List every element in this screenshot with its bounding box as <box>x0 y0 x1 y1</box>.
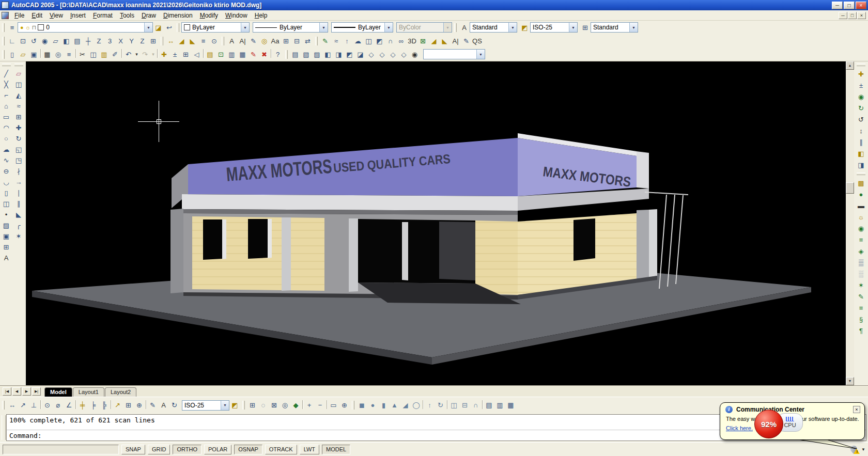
revision-cloud-icon[interactable]: ☁ <box>1 144 12 155</box>
dim-style-combo[interactable]: ISO-25 ▼ <box>530 22 578 33</box>
text-style-combo[interactable]: Standard ▼ <box>470 22 517 33</box>
quick-leader-icon[interactable]: ↗ <box>112 400 123 411</box>
break-at-point-icon[interactable]: ∣ <box>13 187 24 198</box>
ucs-dialog-icon[interactable]: ⊡ <box>18 36 28 46</box>
3d-adjust-distance-icon[interactable]: ↕ <box>856 125 866 136</box>
materials-library-icon[interactable]: ≡ <box>856 234 866 245</box>
named-view-combo[interactable]: ▼ <box>423 49 485 59</box>
undo-dropdown-icon[interactable]: ▾ <box>134 49 140 59</box>
ucs-origin-icon[interactable]: ┼ <box>83 36 94 46</box>
array-icon[interactable]: ⊞ <box>13 112 24 122</box>
properties-palette-icon[interactable]: ▤ <box>205 49 215 59</box>
lineweight-combo-arrow-icon[interactable]: ▼ <box>384 23 393 32</box>
box-icon[interactable]: ◼ <box>357 400 367 411</box>
lights-icon[interactable]: ☼ <box>856 211 866 223</box>
justify-text-icon[interactable]: ⊟ <box>291 36 302 46</box>
scale-icon[interactable]: ◱ <box>13 144 24 155</box>
paste-icon[interactable]: ▥ <box>99 49 110 59</box>
status-toggle-ortho[interactable]: ORTHO <box>173 445 202 454</box>
toolbar-grip[interactable] <box>2 64 11 66</box>
zoom-extents-icon[interactable]: ⊕ <box>339 400 350 411</box>
ucs-rotate-y-icon[interactable]: Y <box>126 36 137 46</box>
angular-dimension-icon[interactable]: ∠ <box>64 400 74 411</box>
zoom-window-icon[interactable]: ⊞ <box>247 400 258 411</box>
copy-object-icon[interactable]: ◫ <box>13 79 24 90</box>
construction-line-icon[interactable]: ╳ <box>1 79 12 90</box>
fog-icon[interactable]: ░ <box>856 268 866 279</box>
redo-dropdown-icon[interactable]: ▾ <box>150 49 156 59</box>
union-icon[interactable]: ◫ <box>363 36 374 46</box>
tool-palettes-icon[interactable]: ▥ <box>226 49 237 59</box>
cut-icon[interactable]: ✂ <box>77 49 88 59</box>
menu-draw[interactable]: Draw <box>138 11 160 20</box>
mdi-restore-button[interactable]: □ <box>848 12 857 19</box>
mdi-close-button[interactable]: × <box>857 12 866 19</box>
tolerance-icon[interactable]: ⊞ <box>123 400 134 411</box>
dimension-style-flyout-icon[interactable]: ◩ <box>519 22 530 33</box>
toolbar-grip[interactable] <box>352 401 354 410</box>
break-icon[interactable]: ∥ <box>13 198 24 209</box>
zoom-scale-icon[interactable]: ⊠ <box>269 400 280 411</box>
statistics-icon[interactable]: ¶ <box>856 325 866 336</box>
dimension-style-icon[interactable]: ◩ <box>229 400 240 411</box>
dim-style-combo-bottom[interactable]: ISO-25 ▼ <box>182 400 229 411</box>
toolbar-grip[interactable] <box>177 23 179 32</box>
torus-icon[interactable]: ◯ <box>411 400 422 411</box>
spline-icon[interactable]: ∿ <box>1 155 12 166</box>
zoom-window-flyout-icon[interactable]: ⊞ <box>180 49 191 59</box>
menu-tools[interactable]: Tools <box>116 11 138 20</box>
section-icon[interactable]: ⊟ <box>459 400 470 411</box>
ordinate-dimension-icon[interactable]: ⊥ <box>28 400 39 411</box>
mass-properties-icon[interactable]: ◣ <box>187 36 198 46</box>
tab-nav-first-tab-icon[interactable]: |◀ <box>3 387 11 396</box>
balloon-close-icon[interactable]: × <box>853 406 860 413</box>
revolve-icon[interactable]: ↻ <box>435 400 446 411</box>
copy-clip-icon[interactable]: ◫ <box>88 49 99 59</box>
3d-orbit-icon[interactable]: ◉ <box>856 91 866 102</box>
right-view-icon[interactable]: ◨ <box>333 49 344 59</box>
front-view-icon[interactable]: ◩ <box>344 49 355 59</box>
mapping-icon[interactable]: ◈ <box>856 245 866 257</box>
tab-nav-next-tab-icon[interactable]: ▶ <box>22 387 31 396</box>
wedge-icon[interactable]: ◢ <box>400 400 411 411</box>
3d-array-icon[interactable]: ⊠ <box>417 36 428 46</box>
rotate-icon[interactable]: ↻ <box>13 133 24 144</box>
status-toggle-grid[interactable]: GRID <box>148 445 171 454</box>
toolbar-grip[interactable] <box>2 50 5 59</box>
offset-icon[interactable]: ≈ <box>13 101 24 112</box>
background-icon[interactable]: ▒ <box>856 257 866 268</box>
3d-adjust-clip-planes-icon[interactable]: ∥ <box>856 136 866 148</box>
minimize-button[interactable]: ─ <box>832 2 843 9</box>
text-style-icon[interactable]: A <box>459 22 470 33</box>
menu-window[interactable]: Window <box>222 11 251 20</box>
layer-combo[interactable]: ● ☼ ⊓ 0 ▼ <box>18 22 153 33</box>
command-prompt[interactable]: Command: <box>9 432 42 439</box>
setup-view-icon[interactable]: ◣ <box>439 36 450 46</box>
vertical-scrollbar[interactable]: ▲ ▼ <box>846 61 854 385</box>
setup-drawing-2-icon[interactable]: ▤ <box>484 400 494 411</box>
zoom-all-icon[interactable]: ▭ <box>328 400 339 411</box>
lineweight-control-combo[interactable]: ByLayer ▼ <box>331 22 393 33</box>
back-clip-on-off-icon[interactable]: ◨ <box>856 159 866 170</box>
menu-modify[interactable]: Modify <box>196 11 222 20</box>
cone-icon[interactable]: ▲ <box>389 400 400 411</box>
draw-order-icon[interactable]: ✎ <box>320 36 331 46</box>
bottom-view-icon[interactable]: ▨ <box>312 49 322 59</box>
redo-icon[interactable]: ↷ <box>140 49 150 59</box>
table-icon[interactable]: ⊞ <box>1 242 12 253</box>
dim-style-bottom-arrow-icon[interactable]: ▼ <box>221 401 229 410</box>
menu-edit[interactable]: Edit <box>28 11 46 20</box>
area-icon[interactable]: ◢ <box>176 36 187 46</box>
plot-icon[interactable]: ▦ <box>42 49 53 59</box>
toolbar-grip[interactable] <box>2 37 5 45</box>
radius-dimension-icon[interactable]: ⊙ <box>42 400 53 411</box>
subtract-icon[interactable]: ◩ <box>374 36 385 46</box>
linear-dimension-icon[interactable]: ↔ <box>7 400 18 411</box>
table-style-combo[interactable]: Standard ▼ <box>591 22 638 33</box>
zoom-realtime-icon[interactable]: ± <box>169 49 180 59</box>
3d-zoom-icon[interactable]: ± <box>856 80 866 91</box>
toolbar-grip[interactable] <box>2 23 5 32</box>
stretch-icon[interactable]: ◳ <box>13 155 24 166</box>
hide-icon[interactable]: ▩ <box>856 177 866 188</box>
status-toggle-polar[interactable]: POLAR <box>204 445 231 454</box>
